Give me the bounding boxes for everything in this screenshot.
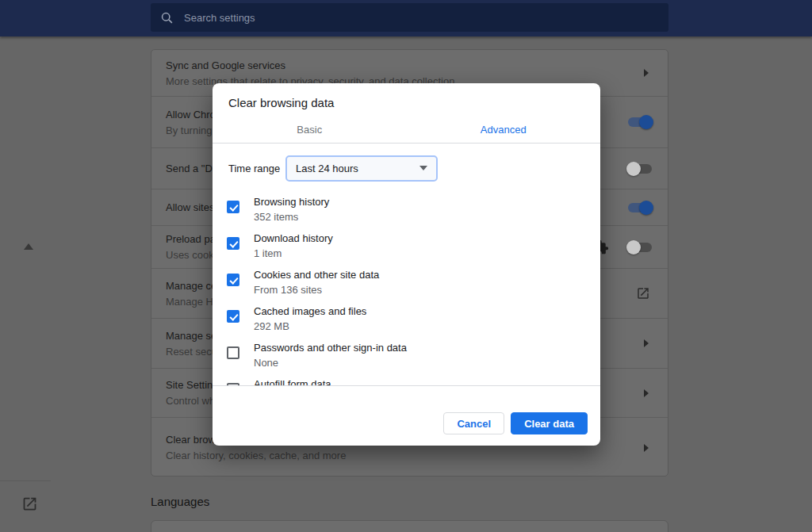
toggle-switch[interactable] — [628, 164, 652, 174]
toggle-switch[interactable] — [628, 243, 652, 252]
item-text: Passwords and other sign-in data None — [254, 339, 407, 370]
item-label: Cached images and files — [254, 304, 366, 319]
item-detail: 352 items — [254, 209, 329, 224]
toggle-knob — [626, 240, 641, 255]
chevron-right-icon — [644, 69, 649, 77]
item-label: Passwords and other sign-in data — [254, 340, 407, 355]
dialog-title: Clear browsing data — [213, 83, 600, 109]
time-range-select[interactable]: Last 24 hours — [285, 155, 438, 182]
languages-card — [151, 520, 668, 532]
row-title: Sync and Google services — [166, 59, 668, 71]
item-label: Browsing history — [254, 194, 329, 209]
item-label: Cookies and other site data — [254, 267, 379, 282]
toggle-switch[interactable] — [628, 203, 652, 212]
time-range-label: Time range — [228, 163, 285, 174]
checkbox[interactable] — [227, 346, 239, 359]
chevron-right-icon — [644, 389, 649, 397]
settings-toolbar — [0, 0, 812, 36]
item-label: Download history — [254, 231, 333, 246]
item-browsing-history[interactable]: Browsing history 352 items — [213, 193, 600, 229]
item-text: Browsing history 352 items — [254, 193, 329, 224]
sidebar-divider — [0, 480, 51, 481]
checkbox[interactable] — [227, 201, 239, 213]
toggle-knob — [639, 201, 653, 215]
row-subtitle: Clear history, cookies, cache, and more — [166, 450, 668, 461]
chrome-settings-screen: Sync and Google services More settings t… — [0, 0, 812, 532]
checkbox[interactable] — [227, 237, 239, 250]
toggle-switch[interactable] — [628, 117, 652, 127]
cancel-button[interactable]: Cancel — [443, 412, 504, 434]
time-range-value: Last 24 hours — [296, 163, 358, 174]
clear-browsing-data-dialog: Clear browsing data Basic Advanced Time … — [213, 83, 600, 446]
item-text: Cached images and files 292 MB — [254, 302, 366, 334]
item-download-history[interactable]: Download history 1 item — [213, 229, 600, 266]
item-detail: 292 MB — [254, 319, 366, 334]
magnifier-icon — [160, 11, 174, 25]
item-text: Cookies and other site data From 136 sit… — [254, 266, 379, 297]
chevron-down-icon — [419, 166, 427, 170]
tab-advanced[interactable]: Advanced — [407, 118, 601, 143]
data-types-list: Browsing history 352 items Download hist… — [213, 193, 600, 386]
search-input[interactable] — [184, 12, 628, 24]
checkbox[interactable] — [227, 310, 239, 323]
external-link-icon[interactable] — [21, 496, 38, 512]
chevron-right-icon — [644, 444, 649, 452]
item-label: Autofill form data — [254, 377, 331, 386]
time-range-row: Time range Last 24 hours — [213, 144, 600, 193]
clear-data-button[interactable]: Clear data — [511, 412, 588, 434]
item-detail: None — [254, 355, 407, 370]
toggle-knob — [626, 162, 641, 176]
checkbox[interactable] — [227, 383, 239, 386]
chevron-right-icon — [644, 339, 649, 347]
item-detail: From 136 sites — [254, 282, 379, 297]
dialog-tabs: Basic Advanced — [213, 118, 600, 144]
external-link-icon — [636, 286, 650, 300]
tab-basic[interactable]: Basic — [213, 118, 407, 143]
item-autofill-form-data[interactable]: Autofill form data — [213, 375, 600, 386]
item-cookies-site-data[interactable]: Cookies and other site data From 136 sit… — [213, 266, 600, 302]
item-cached-images-files[interactable]: Cached images and files 292 MB — [213, 302, 600, 339]
languages-section-heading: Languages — [151, 495, 209, 508]
item-text: Download history 1 item — [254, 229, 333, 261]
item-passwords-signin-data[interactable]: Passwords and other sign-in data None — [213, 339, 600, 375]
item-detail: 1 item — [254, 246, 333, 261]
search-settings-box[interactable] — [151, 3, 668, 32]
triangle-up-icon[interactable] — [24, 243, 33, 250]
checkbox[interactable] — [227, 274, 239, 286]
item-text: Autofill form data — [254, 375, 331, 386]
dialog-footer: Cancel Clear data — [443, 412, 588, 434]
toggle-knob — [639, 115, 653, 129]
